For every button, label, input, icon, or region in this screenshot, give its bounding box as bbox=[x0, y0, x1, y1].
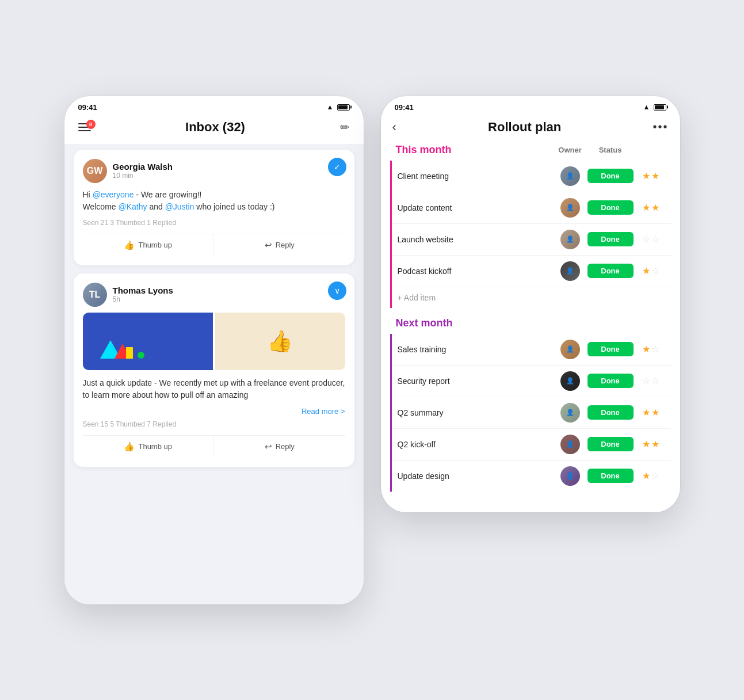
owner-avatar-4: 👤 bbox=[560, 261, 580, 281]
more-button[interactable]: ••• bbox=[653, 120, 668, 134]
sender-name-1: Georgia Walsh bbox=[113, 162, 173, 172]
status-done-badge: Done bbox=[587, 469, 634, 483]
status-col-header: Status bbox=[585, 146, 636, 154]
check-circle-1[interactable]: ✓ bbox=[328, 158, 346, 176]
star-empty[interactable]: ☆ bbox=[651, 234, 659, 245]
task-stars[interactable]: ★ ☆ bbox=[636, 265, 665, 276]
star-filled[interactable]: ★ bbox=[651, 439, 659, 450]
thumbs-up-image-icon: 👍 bbox=[215, 313, 345, 370]
star-filled[interactable]: ★ bbox=[642, 470, 650, 481]
star-filled[interactable]: ★ bbox=[651, 170, 659, 181]
task-status: Done bbox=[585, 374, 636, 388]
task-status: Done bbox=[585, 405, 636, 420]
add-item-label: + Add item bbox=[398, 293, 436, 302]
message-card-1: ✓ GW Georgia Walsh 10 min Hi @everyone -… bbox=[74, 150, 354, 265]
rollout-content: This month Owner Status Client meeting 👤… bbox=[381, 144, 680, 512]
reply-label-1: Reply bbox=[276, 241, 295, 249]
sender-time-1: 10 min bbox=[113, 172, 173, 180]
rect-yellow bbox=[126, 347, 133, 359]
wifi-icon-right: ▲ bbox=[643, 103, 650, 111]
msg-body-1: Hi @everyone - We are growing!! Welcome … bbox=[83, 189, 345, 213]
owner-avatar-1: 👤 bbox=[560, 166, 580, 186]
task-stars[interactable]: ★ ★ bbox=[636, 170, 665, 181]
task-row: Update design 👤 Done ★ ☆ bbox=[392, 461, 671, 492]
star-filled[interactable]: ★ bbox=[651, 202, 659, 213]
msg-body-2: Just a quick update - We recently met up… bbox=[83, 377, 345, 401]
status-done-badge: Done bbox=[587, 200, 634, 215]
read-more-link[interactable]: Read more > bbox=[83, 407, 345, 416]
avatar-georgia: GW bbox=[83, 159, 107, 183]
message-image-grid: 👍 bbox=[83, 313, 345, 370]
owner-col-header: Owner bbox=[556, 146, 585, 154]
status-bar-right: 09:41 ▲ bbox=[381, 96, 680, 115]
task-stars[interactable]: ★ ☆ bbox=[636, 344, 665, 355]
task-stars[interactable]: ☆ ☆ bbox=[636, 234, 665, 245]
star-empty[interactable]: ☆ bbox=[651, 344, 659, 355]
edit-icon[interactable]: ✏ bbox=[340, 120, 350, 134]
message-card-2: ∨ TL Thomas Lyons 5h bbox=[74, 273, 354, 467]
status-done-badge: Done bbox=[587, 232, 634, 246]
thumb-up-button-2[interactable]: 👍 Thumb up bbox=[83, 436, 215, 458]
owner-avatar-9: 👤 bbox=[560, 466, 580, 486]
task-name: Podcast kickoff bbox=[398, 267, 556, 276]
task-owner: 👤 bbox=[556, 435, 585, 454]
thumb-up-button-1[interactable]: 👍 Thumb up bbox=[83, 234, 215, 256]
reply-button-1[interactable]: ↩ Reply bbox=[214, 234, 345, 256]
owner-avatar-6: 👤 bbox=[560, 371, 580, 391]
status-done-badge: Done bbox=[587, 405, 634, 420]
owner-avatar-3: 👤 bbox=[560, 230, 580, 249]
status-time-left: 09:41 bbox=[78, 103, 97, 112]
msg-header-1: GW Georgia Walsh 10 min bbox=[83, 159, 345, 183]
task-stars[interactable]: ★ ★ bbox=[636, 407, 665, 418]
check-circle-2[interactable]: ∨ bbox=[328, 281, 346, 300]
thumb-up-label-2: Thumb up bbox=[138, 442, 172, 451]
star-empty[interactable]: ☆ bbox=[642, 234, 650, 245]
notification-badge: 8 bbox=[86, 120, 96, 129]
reply-button-2[interactable]: ↩ Reply bbox=[214, 436, 345, 458]
star-filled[interactable]: ★ bbox=[642, 170, 650, 181]
status-done-badge: Done bbox=[587, 342, 634, 356]
msg-header-2: TL Thomas Lyons 5h bbox=[83, 283, 345, 307]
add-item-button[interactable]: + Add item bbox=[392, 287, 671, 308]
thumb-up-icon-1: 👍 bbox=[124, 240, 135, 250]
status-done-badge: Done bbox=[587, 437, 634, 451]
task-name: Q2 kick-off bbox=[398, 440, 556, 449]
star-filled[interactable]: ★ bbox=[642, 202, 650, 213]
mention-justin: @Justin bbox=[165, 202, 194, 211]
art-graphic bbox=[83, 313, 213, 370]
reply-icon-2: ↩ bbox=[265, 442, 272, 452]
star-filled[interactable]: ★ bbox=[651, 407, 659, 418]
menu-button[interactable]: 8 bbox=[78, 123, 91, 131]
next-month-section: Sales training 👤 Done ★ ☆ Security repor… bbox=[390, 334, 671, 492]
owner-avatar-8: 👤 bbox=[560, 435, 580, 454]
star-empty[interactable]: ☆ bbox=[651, 375, 659, 386]
task-stars[interactable]: ★ ☆ bbox=[636, 470, 665, 481]
star-empty[interactable]: ☆ bbox=[642, 375, 650, 386]
owner-avatar-7: 👤 bbox=[560, 403, 580, 423]
image-left bbox=[83, 313, 213, 370]
star-empty[interactable]: ☆ bbox=[651, 265, 659, 276]
task-row: Q2 summary 👤 Done ★ ★ bbox=[392, 397, 671, 429]
task-owner: 👤 bbox=[556, 371, 585, 391]
wifi-icon: ▲ bbox=[327, 103, 334, 111]
star-filled[interactable]: ★ bbox=[642, 439, 650, 450]
status-icons-left: ▲ bbox=[327, 103, 350, 111]
star-filled[interactable]: ★ bbox=[642, 407, 650, 418]
task-stars[interactable]: ☆ ☆ bbox=[636, 375, 665, 386]
mention-everyone: @everyone bbox=[93, 190, 134, 199]
task-row: Client meeting 👤 Done ★ ★ bbox=[392, 161, 671, 192]
task-stars[interactable]: ★ ★ bbox=[636, 439, 665, 450]
task-stars[interactable]: ★ ★ bbox=[636, 202, 665, 213]
status-done-badge: Done bbox=[587, 264, 634, 278]
back-button[interactable]: ‹ bbox=[392, 120, 396, 135]
avatar-face-thomas: TL bbox=[83, 283, 107, 307]
msg-actions-1: 👍 Thumb up ↩ Reply bbox=[83, 234, 345, 256]
star-filled[interactable]: ★ bbox=[642, 265, 650, 276]
task-name: Launch website bbox=[398, 235, 556, 244]
status-bar-left: 09:41 ▲ bbox=[64, 96, 364, 115]
task-owner: 👤 bbox=[556, 466, 585, 486]
status-done-badge: Done bbox=[587, 169, 634, 183]
star-filled[interactable]: ★ bbox=[642, 344, 650, 355]
star-empty[interactable]: ☆ bbox=[651, 470, 659, 481]
task-row: Podcast kickoff 👤 Done ★ ☆ bbox=[392, 256, 671, 287]
